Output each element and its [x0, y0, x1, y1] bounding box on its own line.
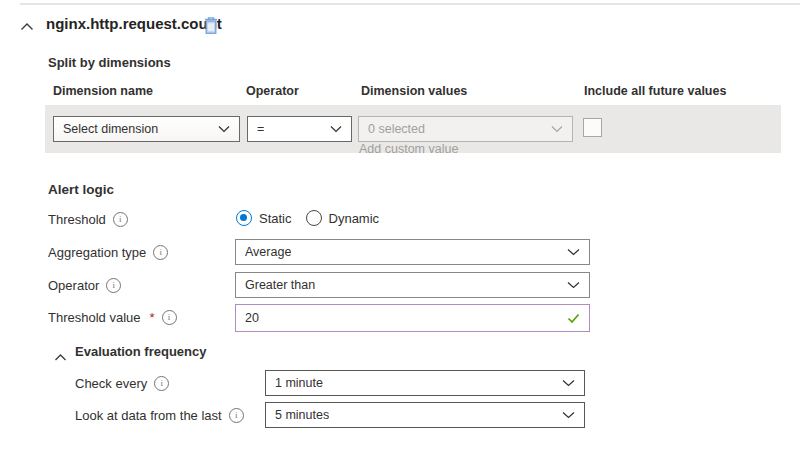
chevron-down-icon: [330, 125, 342, 133]
column-header-dimension-values: Dimension values: [361, 84, 467, 98]
check-every-label: Check every: [75, 376, 169, 391]
info-icon[interactable]: [106, 278, 121, 293]
chevron-down-icon: [218, 125, 230, 133]
metric-title: nginx.http.request.count: [46, 15, 222, 32]
threshold-dynamic-label: Dynamic: [329, 211, 380, 226]
info-icon[interactable]: [154, 376, 169, 391]
metric-alert-condition-panel: nginx.http.request.count Split by dimens…: [0, 0, 800, 454]
aggregation-type-dropdown[interactable]: Average: [235, 239, 590, 265]
info-icon[interactable]: [162, 310, 177, 325]
threshold-static-label: Static: [259, 211, 292, 226]
alert-logic-heading: Alert logic: [48, 182, 114, 197]
aggregation-type-dropdown-value: Average: [245, 245, 291, 259]
trash-icon: [203, 16, 219, 35]
check-every-dropdown[interactable]: 1 minute: [265, 370, 585, 396]
collapse-metric-button[interactable]: [20, 19, 34, 31]
radio-unselected-icon: [306, 210, 322, 226]
threshold-value-label: Threshold value *: [48, 310, 177, 325]
evaluation-frequency-heading: Evaluation frequency: [75, 344, 206, 359]
dimension-values-dropdown-value: 0 selected: [368, 122, 425, 136]
operator-dropdown-value: Greater than: [245, 278, 315, 292]
threshold-value-input[interactable]: [236, 311, 567, 325]
threshold-label: Threshold: [48, 212, 128, 227]
look-back-dropdown-value: 5 minutes: [275, 408, 329, 422]
radio-selected-icon: [236, 210, 252, 226]
dimension-values-dropdown[interactable]: 0 selected: [358, 116, 573, 142]
chevron-up-icon: [54, 352, 67, 363]
info-icon[interactable]: [153, 245, 168, 260]
chevron-down-icon: [567, 248, 580, 256]
split-by-dimensions-heading: Split by dimensions: [48, 55, 171, 70]
threshold-value-field: [235, 304, 590, 332]
info-icon[interactable]: [113, 212, 128, 227]
look-back-dropdown[interactable]: 5 minutes: [265, 402, 585, 428]
chevron-up-icon: [20, 21, 34, 33]
look-back-label: Look at data from the last: [75, 408, 244, 423]
dimension-name-dropdown-value: Select dimension: [63, 122, 158, 136]
chevron-down-icon: [562, 379, 575, 387]
dimension-name-dropdown[interactable]: Select dimension: [53, 116, 240, 142]
required-asterisk: *: [150, 310, 155, 325]
delete-condition-button[interactable]: [201, 14, 221, 36]
operator-dropdown[interactable]: Greater than: [235, 272, 590, 298]
chevron-down-icon: [562, 411, 575, 419]
column-header-dimension-name: Dimension name: [53, 84, 153, 98]
operator-label: Operator: [48, 278, 121, 293]
threshold-static-radio[interactable]: Static: [236, 210, 292, 226]
aggregation-type-label: Aggregation type: [48, 245, 168, 260]
threshold-type-radio-group: Static Dynamic: [236, 210, 379, 226]
top-divider: [20, 3, 800, 5]
chevron-down-icon: [551, 125, 563, 133]
dimension-operator-dropdown[interactable]: =: [247, 116, 352, 142]
threshold-dynamic-radio[interactable]: Dynamic: [306, 210, 380, 226]
collapse-evaluation-frequency-button[interactable]: [54, 349, 67, 360]
chevron-down-icon: [567, 281, 580, 289]
info-icon[interactable]: [229, 408, 244, 423]
column-header-operator: Operator: [246, 84, 299, 98]
column-header-include-future-values: Include all future values: [584, 84, 726, 98]
include-future-values-checkbox[interactable]: [583, 118, 602, 137]
dimension-operator-dropdown-value: =: [257, 122, 264, 136]
check-every-dropdown-value: 1 minute: [275, 376, 323, 390]
add-custom-value-link[interactable]: Add custom value: [359, 142, 458, 156]
valid-check-icon: [567, 313, 580, 324]
